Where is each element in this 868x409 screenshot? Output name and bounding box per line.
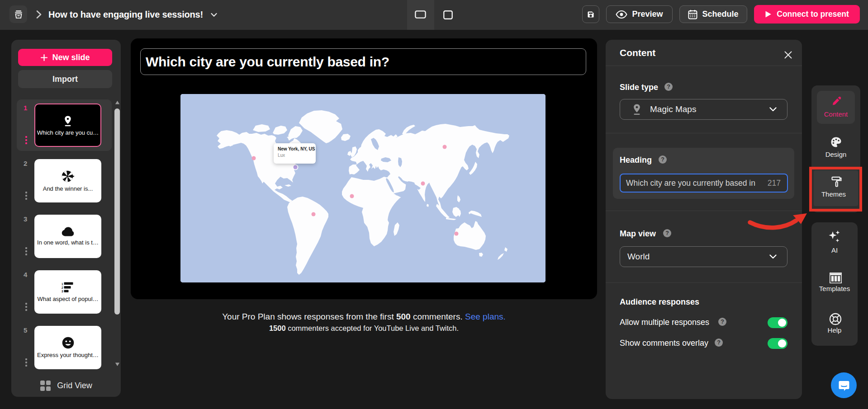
- svg-text:3: 3: [62, 290, 63, 293]
- svg-text:1: 1: [62, 282, 63, 285]
- svg-text:2: 2: [62, 286, 63, 289]
